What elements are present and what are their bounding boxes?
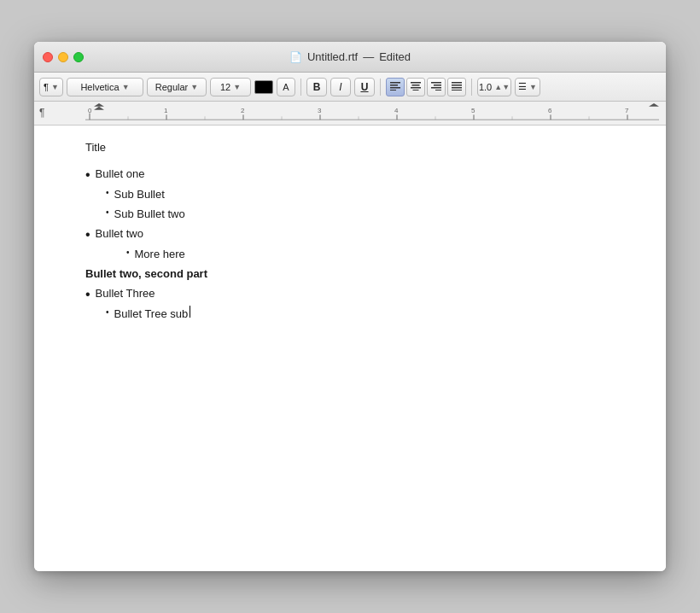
app-window: 📄 Untitled.rtf — Edited ¶ ▼ Helvetica ▼ …: [34, 42, 666, 571]
ruler-scale: 0 1 2 3 4 5 6 7: [34, 102, 666, 125]
close-button[interactable]: [43, 52, 53, 62]
svg-rect-13: [452, 85, 462, 86]
list-item: • Bullet Three: [85, 285, 615, 304]
underline-button[interactable]: U: [354, 78, 375, 96]
document-icon: 📄: [289, 51, 302, 63]
bullet-text: Bullet Tree sub: [114, 306, 189, 324]
sub-bullet-dot: •: [126, 246, 130, 260]
alignment-group: [386, 78, 466, 96]
list-icon: ☰: [518, 81, 527, 92]
paragraph-menu-button[interactable]: ¶ ▼: [39, 78, 63, 96]
font-family-label: Helvetica: [80, 82, 119, 92]
highlight-color-button[interactable]: A: [277, 78, 295, 96]
bullet-text: Bullet two: [96, 225, 143, 243]
underline-label: U: [361, 81, 369, 93]
list-item: • Sub Bullet two: [85, 206, 615, 224]
align-left-icon: [390, 82, 400, 92]
svg-rect-7: [413, 90, 419, 90]
font-style-button[interactable]: Regular ▼: [147, 78, 207, 96]
italic-button[interactable]: I: [330, 78, 351, 96]
svg-text:3: 3: [318, 107, 322, 114]
separator-3: [471, 79, 472, 96]
font-size-label: 12: [220, 82, 230, 92]
font-style-label: Regular: [155, 82, 189, 92]
svg-rect-8: [431, 82, 441, 84]
bullet-text: Bullet one: [96, 166, 145, 184]
svg-rect-4: [411, 82, 421, 84]
svg-text:1: 1: [164, 107, 167, 114]
svg-rect-12: [452, 82, 462, 84]
svg-text:6: 6: [548, 107, 552, 114]
bullet-dot: •: [85, 225, 90, 244]
svg-text:5: 5: [471, 107, 475, 114]
align-left-button[interactable]: [386, 78, 405, 96]
font-size-button[interactable]: 12 ▼: [210, 78, 251, 96]
line-spacing-button[interactable]: 1.0 ▲▼: [477, 78, 511, 96]
bullet-text: Sub Bullet two: [114, 206, 185, 224]
paragraph-icon: ¶: [44, 82, 49, 92]
sub-bullet-dot: •: [106, 186, 109, 200]
window-separator: —: [363, 50, 374, 63]
bold-text: Bullet two, second part: [85, 266, 207, 283]
svg-text:0: 0: [88, 107, 92, 114]
separator-2: [380, 79, 381, 96]
align-justify-button[interactable]: [447, 78, 466, 96]
svg-rect-16: [34, 102, 666, 125]
svg-text:2: 2: [241, 107, 244, 114]
spacing-chevron: ▲▼: [494, 83, 510, 91]
bullet-text: Bullet Three: [96, 285, 155, 303]
highlight-icon: A: [283, 82, 289, 92]
list-item: • Bullet two: [85, 225, 615, 244]
bold-paragraph: Bullet two, second part: [85, 266, 615, 283]
bullet-dot: •: [85, 285, 90, 304]
bold-label: B: [313, 81, 321, 93]
svg-rect-3: [390, 90, 396, 90]
font-style-chevron: ▼: [190, 83, 198, 91]
font-size-chevron: ▼: [233, 83, 241, 91]
align-center-button[interactable]: [406, 78, 425, 96]
svg-rect-1: [390, 85, 398, 86]
font-family-button[interactable]: Helvetica ▼: [67, 78, 143, 96]
minimize-button[interactable]: [58, 52, 68, 62]
italic-label: I: [339, 81, 341, 93]
svg-rect-9: [434, 85, 441, 86]
window-title-area: 📄 Untitled.rtf — Edited: [289, 50, 411, 63]
traffic-lights: [43, 52, 84, 62]
paragraph-chevron: ▼: [51, 83, 59, 91]
separator-1: [300, 79, 301, 96]
list-item: • Sub Bullet: [85, 186, 615, 204]
svg-rect-0: [390, 82, 400, 84]
align-justify-icon: [452, 82, 462, 92]
document-title: Title: [85, 139, 615, 157]
align-right-icon: [431, 82, 441, 92]
list-chevron: ▼: [529, 83, 537, 91]
bullet-text: More here: [135, 246, 185, 264]
svg-rect-14: [452, 87, 462, 89]
title-bar: 📄 Untitled.rtf — Edited: [34, 42, 666, 73]
maximize-button[interactable]: [73, 52, 84, 62]
svg-rect-15: [452, 90, 462, 90]
window-subtitle: Edited: [379, 50, 411, 63]
svg-rect-11: [435, 90, 441, 90]
align-center-icon: [411, 82, 421, 92]
ruler-paragraph-icon: ¶: [39, 107, 44, 119]
text-color-swatch[interactable]: [254, 80, 273, 94]
sub-bullet-dot: •: [106, 306, 109, 319]
list-item: • More here: [85, 246, 615, 264]
svg-rect-6: [411, 87, 421, 89]
svg-rect-10: [431, 87, 441, 89]
bullet-dot: •: [85, 166, 90, 184]
sub-bullet-dot: •: [106, 206, 109, 219]
svg-rect-5: [412, 85, 420, 86]
list-item: • Bullet Tree sub: [85, 306, 615, 324]
toolbar: ¶ ▼ Helvetica ▼ Regular ▼ 12 ▼ A B I U: [34, 73, 666, 102]
align-right-button[interactable]: [427, 78, 446, 96]
svg-rect-2: [390, 87, 400, 89]
bullet-text: Sub Bullet: [114, 186, 165, 204]
bold-button[interactable]: B: [306, 78, 327, 96]
line-spacing-label: 1.0: [479, 82, 492, 92]
list-item: • Bullet one: [85, 166, 615, 184]
document-area[interactable]: Title • Bullet one • Sub Bullet • Sub Bu…: [34, 126, 666, 571]
document-content: Title • Bullet one • Sub Bullet • Sub Bu…: [85, 139, 615, 481]
list-button[interactable]: ☰ ▼: [515, 78, 540, 96]
